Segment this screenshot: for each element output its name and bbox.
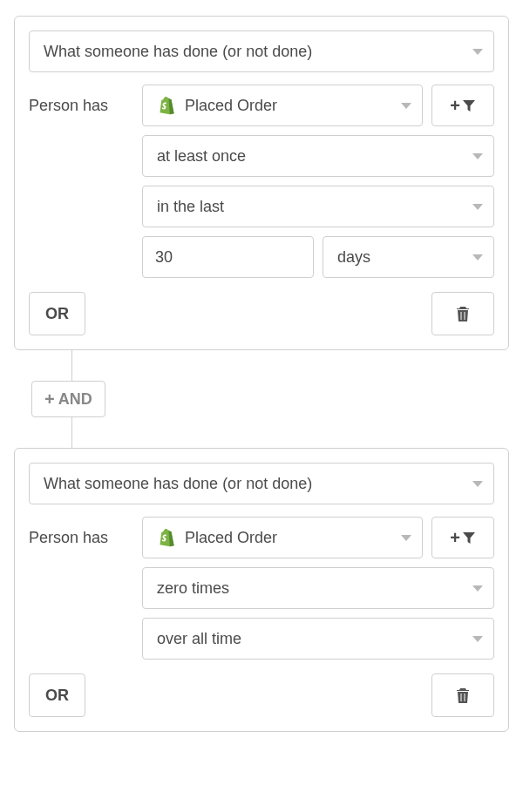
- event-row: Placed Order +: [142, 517, 494, 558]
- delete-button[interactable]: [431, 673, 494, 717]
- frequency-label: at least once: [157, 147, 246, 166]
- chevron-down-icon: [472, 204, 483, 210]
- time-range-select[interactable]: over all time: [142, 618, 494, 660]
- filter-icon: [462, 531, 476, 545]
- or-button[interactable]: OR: [29, 292, 85, 335]
- chevron-down-icon: [472, 49, 483, 55]
- frequency-select[interactable]: at least once: [142, 135, 494, 177]
- condition-row: Person has Placed Order +: [29, 517, 494, 660]
- condition-type-select[interactable]: What someone has done (or not done): [29, 463, 494, 504]
- or-label: OR: [45, 687, 69, 705]
- or-label: OR: [45, 305, 69, 323]
- add-filter-button[interactable]: +: [431, 85, 494, 126]
- card-footer: OR: [29, 292, 494, 335]
- card-footer: OR: [29, 673, 494, 717]
- shopify-icon: [157, 527, 176, 548]
- trash-icon: [455, 305, 471, 322]
- time-range-select[interactable]: in the last: [142, 186, 494, 227]
- time-unit-label: days: [337, 248, 370, 267]
- event-select[interactable]: Placed Order: [142, 85, 423, 126]
- time-range-label: in the last: [157, 198, 224, 216]
- condition-type-select[interactable]: What someone has done (or not done): [29, 30, 494, 72]
- frequency-label: zero times: [157, 579, 229, 598]
- and-label: AND: [58, 390, 92, 409]
- condition-controls: Placed Order + at least once in the last: [142, 85, 494, 278]
- time-range-label: over all time: [157, 630, 241, 648]
- condition-connector: + AND: [14, 350, 509, 448]
- plus-icon: +: [450, 97, 460, 114]
- trash-icon: [455, 687, 471, 704]
- condition-type-label: What someone has done (or not done): [44, 43, 312, 61]
- condition-card: What someone has done (or not done) Pers…: [14, 448, 509, 732]
- event-name: Placed Order: [185, 529, 277, 547]
- chevron-down-icon: [401, 535, 411, 541]
- time-unit-select[interactable]: days: [323, 236, 494, 278]
- filter-icon: [462, 98, 476, 112]
- chevron-down-icon: [472, 481, 483, 487]
- condition-card: What someone has done (or not done) Pers…: [14, 16, 509, 350]
- condition-type-label: What someone has done (or not done): [44, 475, 312, 493]
- or-button[interactable]: OR: [29, 673, 85, 717]
- event-select-label: Placed Order: [157, 95, 277, 116]
- frequency-select[interactable]: zero times: [142, 567, 494, 609]
- condition-controls: Placed Order + zero times over all time: [142, 517, 494, 660]
- shopify-icon: [157, 95, 176, 116]
- event-select[interactable]: Placed Order: [142, 517, 423, 558]
- event-row: Placed Order +: [142, 85, 494, 126]
- delete-button[interactable]: [431, 292, 494, 335]
- event-select-label: Placed Order: [157, 527, 277, 548]
- condition-row: Person has Placed Order +: [29, 85, 494, 278]
- condition-prefix-label: Person has: [29, 85, 142, 126]
- plus-icon: +: [44, 390, 55, 408]
- condition-prefix-label: Person has: [29, 517, 142, 558]
- and-button[interactable]: + AND: [31, 381, 105, 417]
- chevron-down-icon: [472, 254, 483, 261]
- plus-icon: +: [450, 529, 460, 546]
- time-value-row: 30 days: [142, 236, 494, 278]
- event-name: Placed Order: [185, 97, 277, 115]
- chevron-down-icon: [401, 103, 411, 109]
- time-value-input[interactable]: 30: [142, 236, 314, 278]
- chevron-down-icon: [472, 585, 483, 592]
- chevron-down-icon: [472, 636, 483, 642]
- chevron-down-icon: [472, 153, 483, 159]
- add-filter-button[interactable]: +: [431, 517, 494, 558]
